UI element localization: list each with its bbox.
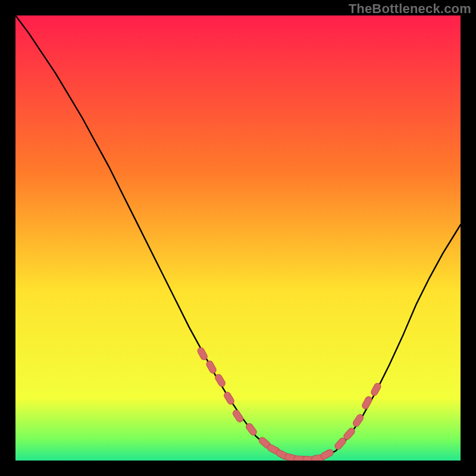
bottleneck-chart	[15, 15, 461, 461]
watermark-text: TheBottleneck.com	[349, 1, 471, 17]
chart-frame	[15, 15, 461, 461]
gradient-background	[15, 15, 461, 461]
